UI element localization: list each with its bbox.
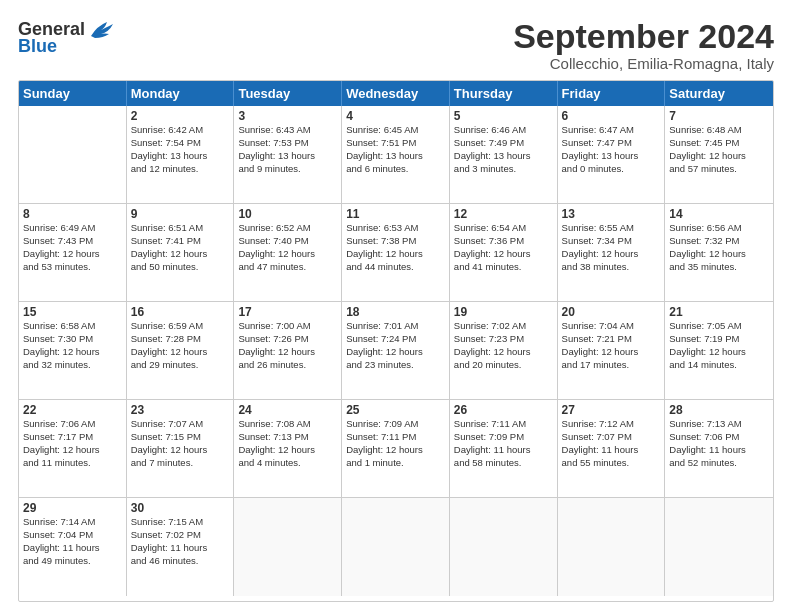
day-number-4: 4	[346, 109, 445, 123]
cell-detail-line: and 53 minutes.	[23, 261, 122, 274]
day-cell-26: 26Sunrise: 7:11 AMSunset: 7:09 PMDayligh…	[450, 400, 558, 498]
logo: General Blue	[18, 18, 115, 57]
cell-detail-line: Sunrise: 6:59 AM	[131, 320, 230, 333]
cell-detail-line: Sunrise: 7:01 AM	[346, 320, 445, 333]
day-number-20: 20	[562, 305, 661, 319]
cell-detail-line: Daylight: 13 hours	[346, 150, 445, 163]
cell-detail-line: Daylight: 12 hours	[23, 444, 122, 457]
cell-detail-line: and 14 minutes.	[669, 359, 769, 372]
page: General Blue September 2024 Collecchio, …	[0, 0, 792, 612]
day-cell-25: 25Sunrise: 7:09 AMSunset: 7:11 PMDayligh…	[342, 400, 450, 498]
header-saturday: Saturday	[665, 81, 773, 106]
day-cell-27: 27Sunrise: 7:12 AMSunset: 7:07 PMDayligh…	[558, 400, 666, 498]
day-number-6: 6	[562, 109, 661, 123]
day-cell-11: 11Sunrise: 6:53 AMSunset: 7:38 PMDayligh…	[342, 204, 450, 302]
header-monday: Monday	[127, 81, 235, 106]
cell-detail-line: Daylight: 12 hours	[346, 346, 445, 359]
cell-detail-line: and 7 minutes.	[131, 457, 230, 470]
cell-detail-line: Sunset: 7:34 PM	[562, 235, 661, 248]
day-number-28: 28	[669, 403, 769, 417]
cell-detail-line: Daylight: 12 hours	[669, 150, 769, 163]
location: Collecchio, Emilia-Romagna, Italy	[513, 55, 774, 72]
cell-detail-line: Sunrise: 7:04 AM	[562, 320, 661, 333]
cell-detail-line: Sunrise: 6:56 AM	[669, 222, 769, 235]
cell-detail-line: Sunrise: 6:45 AM	[346, 124, 445, 137]
cell-detail-line: and 49 minutes.	[23, 555, 122, 568]
cell-detail-line: Daylight: 13 hours	[562, 150, 661, 163]
cell-detail-line: and 47 minutes.	[238, 261, 337, 274]
empty-cell	[665, 498, 773, 596]
header-wednesday: Wednesday	[342, 81, 450, 106]
cell-detail-line: Sunset: 7:26 PM	[238, 333, 337, 346]
day-number-16: 16	[131, 305, 230, 319]
day-cell-19: 19Sunrise: 7:02 AMSunset: 7:23 PMDayligh…	[450, 302, 558, 400]
cell-detail-line: Sunrise: 7:14 AM	[23, 516, 122, 529]
cell-detail-line: Sunset: 7:28 PM	[131, 333, 230, 346]
cell-detail-line: Sunset: 7:49 PM	[454, 137, 553, 150]
cell-detail-line: Sunset: 7:24 PM	[346, 333, 445, 346]
cell-detail-line: Sunset: 7:36 PM	[454, 235, 553, 248]
cell-detail-line: Daylight: 11 hours	[669, 444, 769, 457]
cell-detail-line: Sunset: 7:51 PM	[346, 137, 445, 150]
day-cell-3: 3Sunrise: 6:43 AMSunset: 7:53 PMDaylight…	[234, 106, 342, 204]
day-cell-1	[19, 106, 127, 204]
cell-detail-line: Sunrise: 7:13 AM	[669, 418, 769, 431]
day-number-14: 14	[669, 207, 769, 221]
cell-detail-line: Sunset: 7:40 PM	[238, 235, 337, 248]
cell-detail-line: Sunset: 7:38 PM	[346, 235, 445, 248]
header-thursday: Thursday	[450, 81, 558, 106]
cell-detail-line: Sunrise: 6:48 AM	[669, 124, 769, 137]
day-number-11: 11	[346, 207, 445, 221]
cell-detail-line: Daylight: 12 hours	[238, 248, 337, 261]
cell-detail-line: Daylight: 12 hours	[454, 346, 553, 359]
cell-detail-line: Sunset: 7:30 PM	[23, 333, 122, 346]
cell-detail-line: Daylight: 13 hours	[454, 150, 553, 163]
cell-detail-line: Daylight: 12 hours	[131, 444, 230, 457]
cell-detail-line: Sunset: 7:54 PM	[131, 137, 230, 150]
cell-detail-line: Sunset: 7:41 PM	[131, 235, 230, 248]
empty-cell	[342, 498, 450, 596]
day-cell-6: 6Sunrise: 6:47 AMSunset: 7:47 PMDaylight…	[558, 106, 666, 204]
cell-detail-line: Sunrise: 6:52 AM	[238, 222, 337, 235]
cell-detail-line: Sunrise: 7:00 AM	[238, 320, 337, 333]
empty-cell	[558, 498, 666, 596]
day-cell-8: 8Sunrise: 6:49 AMSunset: 7:43 PMDaylight…	[19, 204, 127, 302]
cell-detail-line: and 9 minutes.	[238, 163, 337, 176]
cell-detail-line: Sunrise: 7:12 AM	[562, 418, 661, 431]
calendar: Sunday Monday Tuesday Wednesday Thursday…	[18, 80, 774, 602]
cell-detail-line: Sunset: 7:45 PM	[669, 137, 769, 150]
day-number-30: 30	[131, 501, 230, 515]
cell-detail-line: Sunset: 7:13 PM	[238, 431, 337, 444]
day-cell-7: 7Sunrise: 6:48 AMSunset: 7:45 PMDaylight…	[665, 106, 773, 204]
day-cell-13: 13Sunrise: 6:55 AMSunset: 7:34 PMDayligh…	[558, 204, 666, 302]
cell-detail-line: and 4 minutes.	[238, 457, 337, 470]
calendar-header: Sunday Monday Tuesday Wednesday Thursday…	[19, 81, 773, 106]
cell-detail-line: Sunset: 7:53 PM	[238, 137, 337, 150]
day-cell-12: 12Sunrise: 6:54 AMSunset: 7:36 PMDayligh…	[450, 204, 558, 302]
cell-detail-line: Sunrise: 6:46 AM	[454, 124, 553, 137]
cell-detail-line: and 20 minutes.	[454, 359, 553, 372]
month-title: September 2024	[513, 18, 774, 55]
day-number-5: 5	[454, 109, 553, 123]
day-number-15: 15	[23, 305, 122, 319]
cell-detail-line: Daylight: 12 hours	[131, 346, 230, 359]
cell-detail-line: Sunrise: 7:15 AM	[131, 516, 230, 529]
cell-detail-line: Sunrise: 6:51 AM	[131, 222, 230, 235]
day-cell-14: 14Sunrise: 6:56 AMSunset: 7:32 PMDayligh…	[665, 204, 773, 302]
day-cell-15: 15Sunrise: 6:58 AMSunset: 7:30 PMDayligh…	[19, 302, 127, 400]
day-number-17: 17	[238, 305, 337, 319]
day-number-8: 8	[23, 207, 122, 221]
cell-detail-line: and 57 minutes.	[669, 163, 769, 176]
cell-detail-line: Daylight: 12 hours	[23, 248, 122, 261]
cell-detail-line: Daylight: 12 hours	[669, 248, 769, 261]
day-cell-20: 20Sunrise: 7:04 AMSunset: 7:21 PMDayligh…	[558, 302, 666, 400]
cell-detail-line: and 12 minutes.	[131, 163, 230, 176]
cell-detail-line: Sunset: 7:19 PM	[669, 333, 769, 346]
day-cell-17: 17Sunrise: 7:00 AMSunset: 7:26 PMDayligh…	[234, 302, 342, 400]
day-number-21: 21	[669, 305, 769, 319]
day-cell-28: 28Sunrise: 7:13 AMSunset: 7:06 PMDayligh…	[665, 400, 773, 498]
empty-cell	[234, 498, 342, 596]
calendar-body: 2Sunrise: 6:42 AMSunset: 7:54 PMDaylight…	[19, 106, 773, 596]
header-tuesday: Tuesday	[234, 81, 342, 106]
day-number-27: 27	[562, 403, 661, 417]
